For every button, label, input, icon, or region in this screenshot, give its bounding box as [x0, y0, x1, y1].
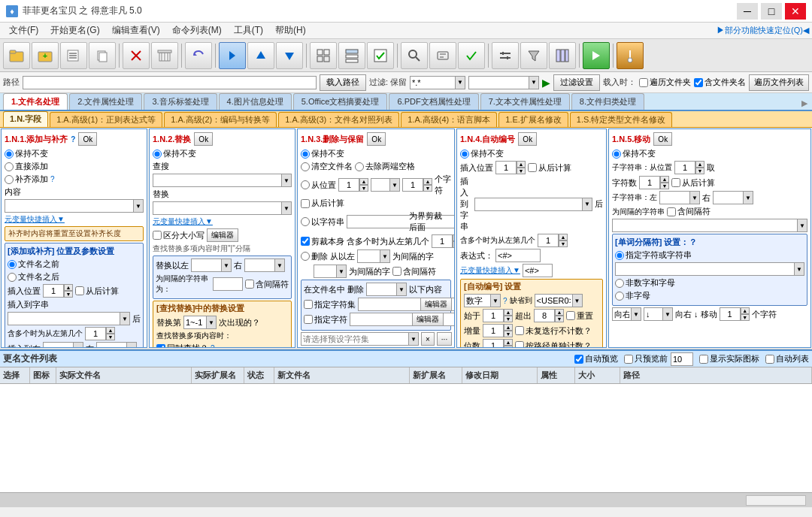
exclude-input[interactable] — [468, 76, 529, 89]
col-path[interactable]: 路径 — [620, 367, 812, 383]
col-select[interactable]: 选择 — [0, 367, 30, 383]
panel5-str-dropdown[interactable]: ▼ — [797, 219, 807, 232]
p5-from-end-cb[interactable] — [671, 178, 680, 187]
panel1-insert-pos-up[interactable]: ▲ — [64, 284, 73, 291]
menu-start-rename[interactable]: 开始更名(G) — [44, 23, 105, 38]
panel5-dir2-dropdown[interactable]: ▼ — [662, 307, 673, 321]
panel3-delete-dropdown[interactable]: ▼ — [389, 178, 400, 192]
col-actual-ext[interactable]: 实际扩展名 — [192, 367, 244, 383]
panel4-numtype-dropdown[interactable]: ▼ — [490, 294, 501, 307]
tb-new-folder[interactable] — [3, 42, 30, 69]
filter-settings-btn[interactable]: 过滤设置 — [553, 74, 600, 91]
tb-browse[interactable] — [60, 42, 87, 69]
p3-clear-radio[interactable] — [301, 162, 310, 171]
panel4-digits-down[interactable]: ▼ — [504, 346, 513, 348]
tb-func1[interactable] — [429, 42, 456, 69]
panel4-increment-down[interactable]: ▼ — [504, 331, 513, 337]
panel5-direction-dropdown[interactable]: ▼ — [631, 307, 641, 321]
panel1-content-dropdown[interactable]: ▼ — [133, 199, 144, 213]
panel3-pos-up[interactable]: ▲ — [359, 178, 368, 185]
include-folders-checkbox[interactable] — [694, 78, 703, 87]
panel1-insert-pos-down[interactable]: ▼ — [64, 291, 73, 298]
p4-keep-radio[interactable] — [460, 150, 469, 159]
panel3-count-input[interactable] — [402, 178, 423, 192]
p5-keep-radio[interactable] — [612, 150, 621, 159]
panel5-ok-btn[interactable]: Ok — [653, 132, 672, 146]
tb-undo[interactable] — [185, 42, 212, 69]
panel3-clear-btn[interactable]: × — [421, 332, 435, 346]
panel4-digits-input[interactable] — [483, 339, 504, 348]
subtab-advanced1[interactable]: 1.A.高级(1)：正则表达式等 — [50, 112, 162, 127]
maximize-button[interactable]: □ — [761, 3, 782, 20]
tb-clear-list[interactable] — [151, 42, 178, 69]
panel1-insert-pos-input[interactable] — [43, 284, 64, 298]
p4-no-repeat-cb[interactable] — [515, 326, 524, 335]
panel2-search-input[interactable] — [153, 174, 281, 187]
tb-table[interactable] — [338, 42, 365, 69]
panel4-contains-input[interactable] — [538, 234, 559, 247]
traverse-files-checkbox[interactable] — [639, 78, 648, 87]
p2-same-time-cb[interactable] — [156, 344, 165, 349]
p3-keep-radio[interactable] — [301, 150, 310, 159]
menu-help[interactable]: 帮助(H) — [269, 23, 312, 38]
p3-delete-from-radio[interactable] — [301, 252, 310, 261]
tb-down[interactable] — [276, 42, 303, 69]
panel2-replace-left-dropdown[interactable]: ▼ — [221, 258, 232, 272]
traverse-list-btn[interactable]: 遍历文件列表 — [749, 74, 809, 91]
panel5-str-input[interactable] — [612, 219, 797, 232]
panel4-increment-up[interactable]: ▲ — [504, 324, 513, 331]
auto-columns-cb[interactable] — [765, 355, 774, 364]
p1-before-radio[interactable] — [8, 260, 17, 269]
menu-file[interactable]: 文件(F) — [3, 23, 44, 38]
menu-command-list[interactable]: 命令列表(M) — [166, 23, 228, 38]
panel4-user0-input[interactable] — [535, 294, 572, 307]
panel1-right-dropdown[interactable]: ▼ — [126, 342, 137, 348]
panel4-digits-up[interactable]: ▲ — [504, 339, 513, 346]
panel3-cut-self-down[interactable]: ▼ — [453, 241, 455, 248]
col-actual-name[interactable]: 实际文件名 — [56, 367, 192, 383]
filter-dropdown-btn[interactable]: ▼ — [455, 76, 465, 89]
tb-filter[interactable] — [520, 42, 547, 69]
p3-specify-chars-cb[interactable] — [304, 315, 313, 324]
auto-preview-cb[interactable] — [574, 355, 583, 364]
panel1-insert-str-dropdown[interactable]: ▼ — [120, 312, 130, 325]
panel1-quick-insert-btn[interactable]: 元变量快捷插入▼ — [5, 214, 65, 225]
panel4-format-input[interactable] — [495, 249, 541, 262]
tb-columns[interactable] — [549, 42, 576, 69]
panel2-nth-dropdown[interactable]: ▼ — [206, 316, 217, 329]
panel4-exceed-down[interactable]: ▼ — [555, 316, 564, 322]
panel5-sep-input[interactable] — [615, 262, 794, 276]
p3-include-sep-cb[interactable] — [392, 267, 401, 276]
panel2-editor-btn[interactable]: 编辑器 — [207, 228, 238, 242]
panel4-exceed-up[interactable]: ▲ — [555, 309, 564, 316]
p1-after-radio[interactable] — [8, 273, 17, 282]
panel1-contains-down[interactable]: ▼ — [106, 334, 115, 340]
panel3-preset-input[interactable] — [301, 332, 408, 346]
col-attributes[interactable]: 属性 — [538, 367, 575, 383]
panel5-sep-dropdown[interactable]: ▼ — [794, 262, 804, 276]
panel2-quick-insert-btn[interactable]: 元变量快捷插入▼ — [153, 216, 213, 227]
panel4-numtype-input[interactable] — [464, 294, 490, 307]
panel3-count-up[interactable]: ▲ — [423, 178, 432, 185]
minimize-button[interactable]: ─ — [737, 3, 758, 20]
p2-include-sep-cb[interactable] — [245, 280, 254, 289]
panel5-move-down[interactable]: ▼ — [741, 314, 750, 321]
panel4-insert-pos-down[interactable]: ▼ — [517, 168, 526, 174]
panel3-cut-char-dropdown[interactable]: ▼ — [454, 215, 455, 228]
panel1-left-dropdown[interactable]: ▼ — [73, 342, 83, 348]
traverse-files-checkbox-label[interactable]: 遍历文件夹 — [639, 77, 691, 88]
p3-cut-self-cb[interactable] — [301, 237, 310, 246]
panel3-editor-btn2[interactable]: 编辑器 — [412, 313, 444, 326]
panel4-ok-btn[interactable]: Ok — [518, 132, 537, 146]
col-new-ext[interactable]: 新扩展名 — [410, 367, 462, 383]
panel4-start-down[interactable]: ▼ — [504, 316, 513, 322]
tb-copy[interactable] — [89, 42, 116, 69]
tab-office-docs[interactable]: 5.Office文档摘要处理 — [293, 93, 388, 110]
panel1-insert-str-input[interactable] — [8, 312, 120, 325]
exclude-dropdown-btn[interactable]: ▼ — [529, 76, 539, 89]
panel4-increment-input[interactable] — [483, 324, 504, 337]
p2-same-time-help[interactable]: ? — [211, 344, 215, 348]
quick-position[interactable]: ▶部分功能快速定位(Q)◀ — [717, 25, 809, 36]
panel5-left-input[interactable] — [659, 191, 689, 204]
panel3-delete-input[interactable] — [371, 178, 389, 192]
